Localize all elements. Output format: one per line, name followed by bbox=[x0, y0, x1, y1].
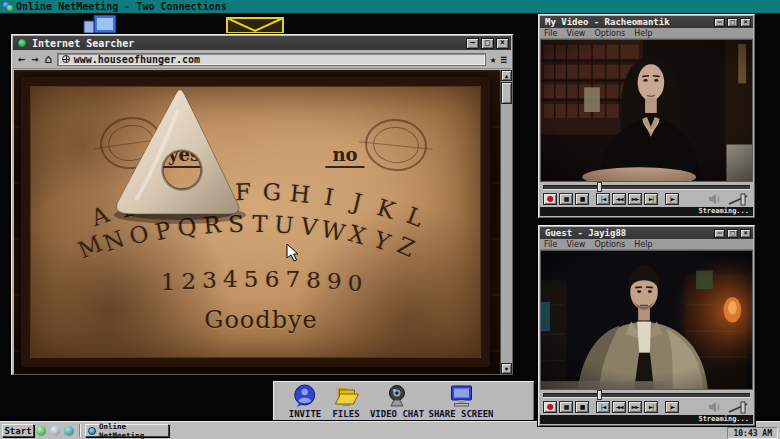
record-button[interactable]: ● bbox=[543, 401, 557, 413]
maximize-button[interactable]: □ bbox=[727, 18, 738, 27]
board-goodbye[interactable]: Goodbye bbox=[204, 306, 318, 334]
forward-button[interactable]: → bbox=[30, 53, 39, 65]
previous-button[interactable]: |◄ bbox=[596, 401, 610, 413]
rewind-button[interactable]: ◄◄ bbox=[612, 193, 626, 205]
quick-launch-icon-1[interactable] bbox=[36, 426, 46, 436]
close-button[interactable]: × bbox=[496, 38, 509, 49]
invite-button[interactable]: INVITE bbox=[289, 384, 322, 419]
netmeeting-icon bbox=[3, 2, 12, 11]
monitor-icon bbox=[448, 384, 474, 408]
menu-help[interactable]: Help bbox=[634, 240, 652, 249]
speaker-icon[interactable] bbox=[708, 402, 722, 412]
board-letter-V[interactable]: V bbox=[298, 213, 319, 241]
status-bar: Streaming... bbox=[540, 207, 753, 216]
board-number-2[interactable]: 2 bbox=[181, 268, 196, 294]
video-chat-button[interactable]: VIDEO CHAT bbox=[370, 384, 424, 419]
quick-launch-icon-3[interactable] bbox=[64, 426, 74, 436]
board-no[interactable]: no bbox=[325, 144, 364, 168]
close-button[interactable]: × bbox=[740, 229, 751, 238]
menu-file[interactable]: File bbox=[544, 240, 557, 249]
hamburger-menu-icon[interactable]: ≡ bbox=[500, 53, 507, 66]
step-forward-button[interactable]: |► bbox=[665, 193, 679, 205]
close-button[interactable]: × bbox=[740, 18, 751, 27]
minimize-button[interactable]: – bbox=[466, 38, 479, 49]
my-video-feed bbox=[540, 39, 753, 182]
browser-title: Internet Searcher bbox=[32, 38, 134, 49]
guest-video-titlebar[interactable]: Guest - Jayig88 – □ × bbox=[540, 227, 753, 239]
netmeeting-titlebar: Online NetMeeting - Two Connections bbox=[0, 0, 780, 13]
playback-controls: ●▮▮■|◄◄◄►►►||► bbox=[540, 399, 753, 415]
taskbar-item-netmeeting[interactable]: Online NetMeeting bbox=[85, 424, 169, 437]
desktop: Online NetMeeting - Two Connections Inte… bbox=[0, 0, 780, 439]
folder-icon bbox=[333, 384, 359, 408]
volume-slider[interactable] bbox=[728, 193, 750, 206]
globe-icon bbox=[62, 55, 70, 63]
quick-launch-icon-2[interactable] bbox=[50, 426, 60, 436]
address-bar[interactable]: www.houseofhunger.com bbox=[57, 53, 486, 66]
webcam-icon bbox=[385, 384, 409, 408]
menu-file[interactable]: File bbox=[544, 29, 557, 38]
board-number-9[interactable]: 9 bbox=[327, 268, 342, 294]
minimize-button[interactable]: – bbox=[714, 229, 725, 238]
seek-bar[interactable] bbox=[540, 182, 753, 191]
maximize-button[interactable]: □ bbox=[727, 229, 738, 238]
share-screen-button[interactable]: SHARE SCREEN bbox=[428, 384, 493, 419]
menu-options[interactable]: Options bbox=[594, 29, 625, 38]
board-number-1[interactable]: 1 bbox=[161, 269, 176, 295]
scroll-down-icon[interactable]: ▼ bbox=[501, 363, 512, 374]
board-number-6[interactable]: 6 bbox=[265, 266, 280, 292]
bookmark-star-icon[interactable]: ★ bbox=[490, 53, 497, 66]
speaker-icon[interactable] bbox=[708, 194, 722, 204]
board-number-3[interactable]: 3 bbox=[202, 267, 217, 293]
files-button[interactable]: FILES bbox=[332, 384, 359, 419]
board-number-7[interactable]: 7 bbox=[285, 266, 300, 292]
browser-titlebar[interactable]: Internet Searcher – □ × bbox=[13, 36, 511, 50]
seek-thumb[interactable] bbox=[597, 182, 602, 192]
next-button[interactable]: ►| bbox=[644, 193, 658, 205]
board-number-5[interactable]: 5 bbox=[244, 266, 259, 292]
scroll-up-icon[interactable]: ▲ bbox=[501, 70, 512, 81]
board-number-4[interactable]: 4 bbox=[223, 266, 238, 292]
toolbar-button-label: SHARE SCREEN bbox=[428, 409, 493, 419]
planchette[interactable] bbox=[106, 80, 256, 225]
menu-help[interactable]: Help bbox=[634, 29, 652, 38]
board-letter-H[interactable]: H bbox=[289, 180, 312, 208]
netmeeting-task-icon bbox=[88, 427, 96, 435]
board-letter-G[interactable]: G bbox=[262, 179, 281, 206]
pause-button[interactable]: ▮▮ bbox=[559, 193, 573, 205]
board-number-0[interactable]: 0 bbox=[348, 270, 363, 296]
fast-forward-button[interactable]: ►► bbox=[628, 401, 642, 413]
browser-toolbar: ← → ⌂ www.houseofhunger.com ★ ≡ bbox=[13, 50, 511, 69]
minimize-button[interactable]: – bbox=[714, 18, 725, 27]
volume-slider[interactable] bbox=[728, 401, 750, 414]
record-button[interactable]: ● bbox=[543, 193, 557, 205]
step-forward-button[interactable]: |► bbox=[665, 401, 679, 413]
taskbar-clock[interactable]: 10:43 AM bbox=[727, 427, 778, 439]
pause-button[interactable]: ▮▮ bbox=[559, 401, 573, 413]
webpage-ouija-board[interactable]: yes no ABCDEFGHIJKLMNOPQRSTUVWXYZ1234567… bbox=[14, 70, 500, 374]
menu-view[interactable]: View bbox=[566, 29, 585, 38]
next-button[interactable]: ►| bbox=[644, 401, 658, 413]
seek-thumb[interactable] bbox=[597, 390, 602, 400]
menu-options[interactable]: Options bbox=[594, 240, 625, 249]
menu-view[interactable]: View bbox=[566, 240, 585, 249]
board-number-8[interactable]: 8 bbox=[306, 267, 321, 293]
board-letter-U[interactable]: U bbox=[274, 211, 296, 239]
fast-forward-button[interactable]: ►► bbox=[628, 193, 642, 205]
start-button[interactable]: Start bbox=[2, 424, 34, 437]
home-button[interactable]: ⌂ bbox=[43, 53, 52, 65]
guest-video-window: Guest - Jayig88 – □ × FileViewOptionsHel… bbox=[537, 224, 756, 427]
previous-button[interactable]: |◄ bbox=[596, 193, 610, 205]
stop-button[interactable]: ■ bbox=[575, 193, 589, 205]
browser-window: Internet Searcher – □ × ← → ⌂ www.houseo… bbox=[10, 33, 514, 376]
seek-bar[interactable] bbox=[540, 390, 753, 399]
stop-button[interactable]: ■ bbox=[575, 401, 589, 413]
scrollbar-thumb[interactable] bbox=[501, 82, 512, 104]
page-scrollbar[interactable]: ▲ ▼ bbox=[500, 70, 512, 374]
rewind-button[interactable]: ◄◄ bbox=[612, 401, 626, 413]
board-letter-W[interactable]: W bbox=[319, 215, 348, 246]
maximize-button[interactable]: □ bbox=[481, 38, 494, 49]
back-button[interactable]: ← bbox=[17, 53, 26, 65]
address-text: www.houseofhunger.com bbox=[74, 54, 200, 65]
my-video-titlebar[interactable]: My Video - Racheomantik – □ × bbox=[540, 16, 753, 28]
